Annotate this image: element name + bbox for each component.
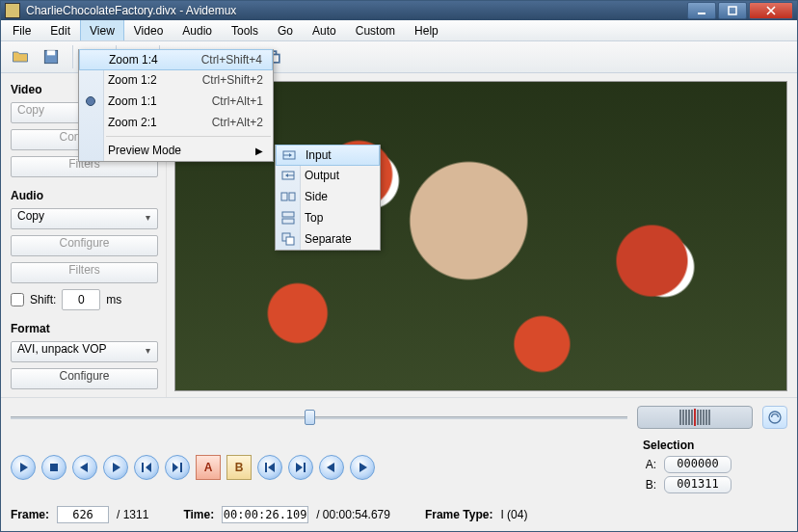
output-icon bbox=[280, 168, 296, 183]
view-dropdown: Zoom 1:4Ctrl+Shift+4 Zoom 1:2Ctrl+Shift+… bbox=[78, 49, 274, 162]
open-file-button[interactable] bbox=[7, 43, 34, 70]
time-label: Time: bbox=[183, 508, 214, 521]
audio-filters-button[interactable]: Filters bbox=[11, 262, 158, 283]
goto-start-button[interactable] bbox=[257, 455, 282, 480]
app-icon bbox=[5, 3, 20, 18]
menu-custom[interactable]: Custom bbox=[346, 20, 405, 40]
mark-b-button[interactable]: B bbox=[226, 455, 252, 480]
menu-tools[interactable]: Tools bbox=[222, 20, 268, 40]
menu-file[interactable]: File bbox=[3, 20, 40, 40]
menu-go[interactable]: Go bbox=[268, 20, 303, 40]
frametype-label: Frame Type: bbox=[425, 508, 492, 521]
menu-auto[interactable]: Auto bbox=[303, 20, 346, 40]
shift-checkbox[interactable] bbox=[11, 293, 24, 306]
selection-a-value[interactable]: 000000 bbox=[664, 456, 732, 473]
preview-submenu: Input Output Side Top Separate bbox=[275, 145, 381, 251]
preview-input-item[interactable]: Input bbox=[276, 145, 380, 166]
selection-title: Selection bbox=[643, 439, 787, 452]
submenu-arrow-icon: ▶ bbox=[255, 146, 263, 156]
close-button[interactable] bbox=[749, 2, 793, 19]
prev-black-button[interactable] bbox=[319, 455, 344, 480]
menu-view[interactable]: View bbox=[80, 20, 124, 40]
prev-keyframe-button[interactable] bbox=[134, 455, 159, 480]
frametype-value: I (04) bbox=[500, 508, 527, 521]
format-select[interactable]: AVI, unpack VOP bbox=[11, 341, 158, 362]
menu-help[interactable]: Help bbox=[405, 20, 448, 40]
selection-b-value[interactable]: 001311 bbox=[664, 476, 732, 493]
next-frame-button[interactable] bbox=[103, 455, 128, 480]
volume-button[interactable] bbox=[762, 406, 787, 429]
preview-top-item[interactable]: Top bbox=[276, 207, 380, 228]
shift-label: Shift: bbox=[30, 293, 56, 306]
zoom-2-1-item[interactable]: Zoom 2:1Ctrl+Alt+2 bbox=[79, 112, 273, 133]
shift-value-input[interactable] bbox=[62, 289, 100, 310]
top-icon bbox=[280, 210, 296, 226]
audio-section-label: Audio bbox=[11, 189, 158, 202]
svg-rect-26 bbox=[282, 219, 294, 224]
minimize-button[interactable] bbox=[687, 2, 716, 19]
format-section-label: Format bbox=[11, 322, 158, 335]
zoom-1-4-item[interactable]: Zoom 1:4Ctrl+Shift+4 bbox=[79, 49, 273, 70]
preview-output-item[interactable]: Output bbox=[276, 165, 380, 186]
svg-point-15 bbox=[769, 412, 781, 423]
selection-b-label: B: bbox=[643, 478, 656, 492]
menubar: File Edit View Video Audio Tools Go Auto… bbox=[1, 20, 797, 41]
window-title: CharlieChocolateFactory.divx - Avidemux bbox=[26, 4, 687, 17]
frame-input[interactable] bbox=[57, 506, 109, 523]
preview-mode-item[interactable]: Preview Mode▶ bbox=[79, 140, 273, 161]
time-input[interactable] bbox=[222, 506, 308, 523]
svg-rect-25 bbox=[282, 212, 294, 217]
frame-total: / 1311 bbox=[117, 508, 148, 521]
jog-wheel[interactable] bbox=[637, 406, 753, 429]
format-configure-button[interactable]: Configure bbox=[11, 368, 158, 389]
side-icon bbox=[280, 189, 296, 204]
selection-a-label: A: bbox=[643, 458, 656, 471]
next-black-button[interactable] bbox=[350, 455, 375, 480]
svg-rect-24 bbox=[289, 193, 295, 200]
goto-end-button[interactable] bbox=[288, 455, 313, 480]
svg-rect-28 bbox=[286, 237, 294, 245]
zoom-1-2-item[interactable]: Zoom 1:2Ctrl+Shift+2 bbox=[79, 69, 273, 91]
svg-rect-17 bbox=[142, 463, 144, 472]
time-total: / 00:00:54.679 bbox=[316, 508, 390, 521]
frame-label: Frame: bbox=[11, 508, 49, 521]
separate-icon bbox=[280, 231, 296, 247]
svg-rect-23 bbox=[281, 193, 287, 200]
svg-rect-1 bbox=[729, 7, 736, 14]
menu-video[interactable]: Video bbox=[124, 20, 173, 40]
audio-codec-select[interactable]: Copy bbox=[11, 208, 158, 229]
svg-rect-0 bbox=[698, 13, 705, 14]
preview-separate-item[interactable]: Separate bbox=[276, 228, 380, 250]
shift-unit: ms bbox=[106, 293, 121, 306]
svg-rect-19 bbox=[265, 463, 267, 472]
svg-rect-16 bbox=[50, 464, 58, 471]
timeline-slider[interactable] bbox=[11, 409, 627, 426]
svg-rect-3 bbox=[47, 50, 55, 55]
stop-button[interactable] bbox=[41, 455, 66, 480]
svg-rect-18 bbox=[180, 463, 182, 472]
save-button[interactable] bbox=[38, 43, 65, 70]
zoom-1-1-item[interactable]: Zoom 1:1Ctrl+Alt+1 bbox=[79, 91, 273, 112]
mark-a-button[interactable]: A bbox=[196, 455, 221, 480]
svg-rect-20 bbox=[304, 463, 306, 472]
play-button[interactable] bbox=[11, 455, 36, 480]
prev-frame-button[interactable] bbox=[72, 455, 97, 480]
next-keyframe-button[interactable] bbox=[165, 455, 190, 480]
radio-indicator-icon bbox=[86, 96, 95, 106]
audio-configure-button[interactable]: Configure bbox=[11, 235, 158, 256]
maximize-button[interactable] bbox=[718, 2, 747, 19]
timeline-thumb[interactable] bbox=[305, 410, 315, 425]
menu-edit[interactable]: Edit bbox=[40, 20, 80, 40]
menu-audio[interactable]: Audio bbox=[173, 20, 222, 40]
input-icon bbox=[281, 147, 297, 163]
preview-side-item[interactable]: Side bbox=[276, 186, 380, 207]
